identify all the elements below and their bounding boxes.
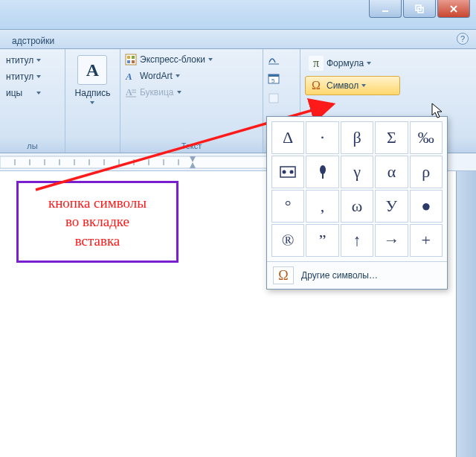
svg-rect-7 <box>132 56 135 59</box>
help-button[interactable]: ? <box>457 33 469 45</box>
ribbon-tab-strip: адстройки ? <box>0 30 476 49</box>
chevron-down-icon <box>90 101 94 104</box>
chevron-down-icon <box>208 58 213 61</box>
window-titlebar <box>0 0 476 30</box>
symbol-dropdown-panel: Δ·βΣ‰γαρ°,ωУ●®”↑→+ Ω Другие символы… <box>266 116 448 290</box>
symbol-cell[interactable]: ω <box>341 190 373 223</box>
footer-label: нтитул <box>6 71 33 82</box>
svg-point-36 <box>283 170 286 174</box>
symbol-cell[interactable]: ↑ <box>341 224 373 257</box>
window-close-button[interactable] <box>437 0 470 18</box>
window-maximize-button[interactable] <box>403 0 436 18</box>
symbol-cell[interactable] <box>306 156 338 188</box>
window-minimize-button[interactable] <box>369 0 402 18</box>
footer-button[interactable]: нтитул <box>4 70 42 83</box>
symbol-cell[interactable]: У <box>375 190 408 223</box>
more-symbols-link[interactable]: Другие символы… <box>301 270 378 281</box>
omega-icon: Ω <box>309 78 324 93</box>
svg-rect-8 <box>127 60 130 63</box>
svg-point-38 <box>320 165 326 174</box>
svg-rect-39 <box>322 173 324 179</box>
symbol-cell[interactable]: Δ <box>271 121 304 154</box>
symbol-button[interactable]: Ω Символ <box>305 76 400 95</box>
symbol-cell[interactable]: → <box>375 224 408 257</box>
object-icon[interactable] <box>268 92 280 104</box>
svg-rect-17 <box>268 74 279 77</box>
callout-line3: вставка <box>48 231 147 251</box>
ribbon-group-text: Экспресс-блоки A WordArt A Буквица Текст <box>120 49 263 153</box>
symbol-cell[interactable]: ° <box>271 190 304 223</box>
wordart-label: WordArt <box>140 71 173 81</box>
header-label: нтитул <box>6 55 33 65</box>
quickparts-button[interactable]: Экспресс-блоки <box>125 54 213 65</box>
group-label-headerfooter: лы <box>4 140 60 151</box>
signature-icon[interactable] <box>268 54 280 65</box>
pagenumber-button[interactable]: ицы <box>4 86 42 100</box>
wordart-icon: A <box>125 70 137 82</box>
chevron-down-icon <box>36 92 41 95</box>
svg-rect-9 <box>132 60 135 63</box>
callout-line2: во вкладке <box>48 212 147 231</box>
vertical-scrollbar[interactable] <box>457 171 476 457</box>
chevron-down-icon <box>361 84 366 87</box>
svg-rect-6 <box>127 56 130 59</box>
symbol-cell[interactable]: Σ <box>375 121 408 154</box>
dropcap-icon: A <box>125 86 137 98</box>
textbox-label: Надпись <box>75 88 111 98</box>
chevron-down-icon <box>177 91 181 94</box>
symbol-cell[interactable]: γ <box>341 156 373 188</box>
svg-text:A: A <box>125 71 132 82</box>
equation-button[interactable]: π Формула <box>305 54 400 73</box>
symbol-cell[interactable]: ” <box>306 224 338 257</box>
equation-label: Формула <box>327 58 364 68</box>
quickparts-label: Экспресс-блоки <box>140 54 205 65</box>
svg-text:A: A <box>126 87 132 98</box>
pi-icon: π <box>309 56 324 71</box>
tab-addins[interactable]: адстройки <box>3 33 63 48</box>
symbol-cell[interactable]: ● <box>410 190 443 223</box>
wordart-button[interactable]: A WordArt <box>125 70 213 82</box>
textbox-button[interactable]: A Надпись <box>74 54 112 106</box>
svg-point-37 <box>290 170 294 174</box>
datetime-icon[interactable]: 5 <box>268 73 280 85</box>
group-label-textbox <box>70 149 115 151</box>
header-button[interactable]: нтитул <box>4 54 42 67</box>
symbol-cell[interactable]: , <box>306 190 338 223</box>
pagenumber-label: ицы <box>6 88 22 98</box>
omega-icon: Ω <box>273 266 294 284</box>
ribbon-group-textbox: A Надпись <box>65 49 120 153</box>
symbol-cell[interactable]: · <box>306 121 338 154</box>
symbol-cell[interactable]: + <box>410 224 443 257</box>
chevron-down-icon <box>176 74 180 77</box>
symbol-cell[interactable]: ‰ <box>410 121 443 154</box>
symbol-cell[interactable] <box>271 156 304 188</box>
ribbon-group-headerfooter: нтитул нтитул ицы лы <box>0 49 65 153</box>
symbol-cell[interactable]: ρ <box>410 156 443 188</box>
annotation-callout: кнопка символы во вкладке вставка <box>16 181 178 263</box>
quickparts-icon <box>125 54 137 65</box>
dropcap-label: Буквица <box>140 87 174 98</box>
group-label-text: Текст <box>125 140 258 151</box>
chevron-down-icon <box>36 59 41 62</box>
chevron-down-icon <box>36 75 41 78</box>
chevron-down-icon <box>367 62 371 65</box>
symbol-cell[interactable]: ® <box>271 224 304 257</box>
symbol-cell[interactable]: α <box>375 156 408 188</box>
svg-rect-19 <box>269 94 278 103</box>
dropcap-button[interactable]: A Буквица <box>125 86 213 98</box>
svg-text:5: 5 <box>271 77 275 84</box>
symbol-cell[interactable]: β <box>341 121 373 154</box>
symbol-label: Символ <box>327 80 358 91</box>
callout-line1: кнопка символы <box>48 194 147 213</box>
textbox-icon: A <box>77 55 107 85</box>
